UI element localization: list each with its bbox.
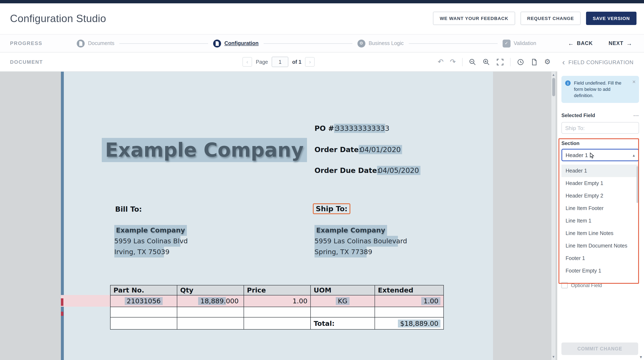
part-no-field[interactable]: 21031056 bbox=[125, 297, 163, 305]
bill-to-label[interactable]: Bill To: bbox=[115, 205, 142, 213]
next-page-button[interactable]: › bbox=[305, 57, 315, 67]
extended-field[interactable]: 1.00 bbox=[422, 297, 440, 305]
optional-field-checkbox[interactable] bbox=[562, 282, 568, 288]
step-label: Business Logic bbox=[368, 40, 404, 46]
bill-to-line2-field[interactable]: Irving, TX 75039 bbox=[114, 247, 170, 258]
collapse-panel-icon[interactable]: ‹ bbox=[562, 58, 565, 66]
page-label: Page bbox=[256, 59, 268, 65]
options-scrollbar[interactable] bbox=[636, 166, 638, 203]
bill-to-line1-field[interactable]: 5959 Las Colinas Blvd bbox=[114, 236, 188, 247]
zoom-out-icon[interactable] bbox=[469, 58, 476, 66]
progress-steps: Documents Configuration ⚙ Business Logic… bbox=[77, 39, 536, 47]
feedback-button[interactable]: WE WANT YOUR FEEDBACK bbox=[433, 12, 515, 25]
page-title: Configuration Studio bbox=[10, 12, 106, 24]
company-title: Example Company bbox=[102, 138, 307, 162]
option-header-empty-2[interactable]: Header Empty 2 bbox=[562, 190, 639, 202]
zoom-in-icon[interactable] bbox=[482, 58, 490, 66]
ship-to-name-field[interactable]: Example Company bbox=[314, 225, 387, 236]
step-documents[interactable]: Documents bbox=[77, 39, 114, 47]
close-alert-icon[interactable]: × bbox=[632, 78, 636, 85]
toolbar-divider bbox=[462, 58, 462, 66]
bill-to-name-field[interactable]: Example Company bbox=[114, 225, 187, 236]
total-field[interactable]: $18,889.00 bbox=[398, 319, 440, 327]
workspace: DOCUMENT ‹ Page of 1 › ↶ ↷ bbox=[0, 52, 644, 360]
option-header-empty-1[interactable]: Header Empty 1 bbox=[562, 177, 639, 190]
option-line-item-line-notes[interactable]: Line Item Line Notes bbox=[562, 227, 639, 240]
option-line-item-footer[interactable]: Line Item Footer bbox=[562, 202, 639, 215]
ship-to-line2-field[interactable]: Spring, TX 77389 bbox=[314, 247, 372, 258]
uom-cell: KG bbox=[310, 295, 375, 307]
scroll-up-icon[interactable]: ▲ bbox=[552, 73, 556, 77]
option-footer-1[interactable]: Footer 1 bbox=[562, 252, 639, 265]
fullscreen-icon[interactable] bbox=[496, 58, 504, 66]
toolbar-divider bbox=[510, 58, 510, 66]
prev-page-button[interactable]: ‹ bbox=[242, 57, 252, 67]
step-validation[interactable]: ✓ Validation bbox=[502, 39, 536, 47]
field-options-menu-icon[interactable]: ⋯ bbox=[633, 112, 639, 119]
save-version-button[interactable]: SAVE VERSION bbox=[586, 12, 636, 25]
qty-field[interactable]: 18,889.000 bbox=[198, 297, 241, 305]
step-connector bbox=[264, 43, 352, 43]
option-header-1[interactable]: Header 1 bbox=[562, 165, 639, 177]
step-configuration[interactable]: Configuration bbox=[213, 39, 258, 47]
company-title-field[interactable]: Example Company bbox=[102, 138, 307, 162]
order-due-date-field[interactable]: 04/05/2020 bbox=[377, 166, 420, 175]
panel-scroll-down-icon[interactable]: ▼ bbox=[639, 355, 643, 359]
top-accent-bar bbox=[0, 0, 644, 3]
scrollbar-thumb[interactable] bbox=[552, 78, 555, 96]
document-icon[interactable] bbox=[530, 58, 538, 66]
ship-to-line1-field[interactable]: 5959 Las Colinas Boulevard bbox=[314, 236, 407, 247]
progress-bar: PROGRESS Documents Configuration ⚙ Busin… bbox=[0, 34, 644, 52]
settings-gear-icon[interactable]: ⚙ bbox=[544, 58, 551, 65]
table-total-row: Total: $18,889.00 bbox=[110, 317, 444, 329]
section-label: Section bbox=[562, 140, 639, 146]
next-arrow-icon: → bbox=[626, 40, 632, 47]
viewer-scrollbar[interactable]: ▲ ▼ bbox=[552, 72, 556, 360]
option-line-item-document-notes[interactable]: Line Item Document Notes bbox=[562, 240, 639, 252]
request-change-button[interactable]: REQUEST CHANGE bbox=[520, 12, 581, 25]
progress-nav: ← BACK NEXT → bbox=[566, 39, 644, 47]
undo-icon[interactable]: ↶ bbox=[438, 58, 444, 65]
section-options-list: Header 1 Header Empty 1 Header Empty 2 L… bbox=[562, 165, 639, 277]
optional-field-row: Optional Field bbox=[562, 282, 639, 288]
history-icon[interactable] bbox=[517, 58, 524, 66]
col-header: Extended bbox=[375, 285, 444, 295]
total-label: Total: bbox=[310, 317, 375, 329]
uom-field[interactable]: KG bbox=[336, 297, 350, 305]
select-caret-icon: ▴ bbox=[633, 153, 635, 157]
step-label: Configuration bbox=[224, 40, 258, 46]
scroll-down-icon[interactable]: ▼ bbox=[552, 355, 556, 359]
redo-icon[interactable]: ↷ bbox=[450, 58, 456, 65]
ship-to-label-selected[interactable]: Ship To: bbox=[313, 203, 350, 214]
header-actions: WE WANT YOUR FEEDBACK REQUEST CHANGE SAV… bbox=[433, 12, 636, 25]
panel-body: i Field undefined. Fill the form below t… bbox=[557, 72, 644, 360]
page-navigation: ‹ Page of 1 › bbox=[242, 57, 315, 67]
app-header: Configuration Studio WE WANT YOUR FEEDBA… bbox=[0, 3, 644, 33]
total-cell: $18,889.00 bbox=[375, 317, 444, 329]
selected-field-row: Selected Field ⋯ bbox=[562, 112, 639, 119]
option-line-item-1[interactable]: Line Item 1 bbox=[562, 215, 639, 227]
back-button[interactable]: ← BACK bbox=[566, 39, 595, 47]
section-select[interactable]: Header 1 ▴ bbox=[562, 149, 639, 161]
configuration-step-icon bbox=[213, 39, 221, 47]
option-footer-empty-1[interactable]: Footer Empty 1 bbox=[562, 265, 639, 277]
line-item-marker bbox=[61, 298, 64, 306]
optional-field-label: Optional Field bbox=[571, 282, 602, 288]
order-due-date-label: Order Due Date: bbox=[314, 166, 380, 175]
price-cell[interactable]: 1.00 bbox=[244, 295, 310, 307]
ship-to-block: Example Company 5959 Las Colinas Bouleva… bbox=[314, 225, 407, 258]
selected-field-input[interactable] bbox=[562, 122, 639, 134]
step-business-logic[interactable]: ⚙ Business Logic bbox=[357, 39, 404, 47]
order-due-date-row: Order Due Date:04/05/2020 bbox=[314, 166, 420, 175]
line-item-marker bbox=[61, 312, 64, 316]
document-toolbar: DOCUMENT ‹ Page of 1 › ↶ ↷ bbox=[0, 52, 557, 72]
progress-label: PROGRESS bbox=[10, 40, 77, 46]
line-items-table: Part No. Qty Price UOM Extended 21031056… bbox=[110, 285, 444, 330]
po-value-field[interactable]: 333333333333 bbox=[334, 124, 391, 133]
order-date-field[interactable]: 04/01/2020 bbox=[359, 145, 402, 154]
commit-change-button[interactable]: COMMIT CHANGE bbox=[562, 343, 638, 355]
next-button[interactable]: NEXT → bbox=[606, 39, 635, 47]
col-header: Part No. bbox=[110, 285, 177, 295]
step-connector bbox=[409, 43, 498, 43]
page-input[interactable] bbox=[272, 57, 288, 67]
